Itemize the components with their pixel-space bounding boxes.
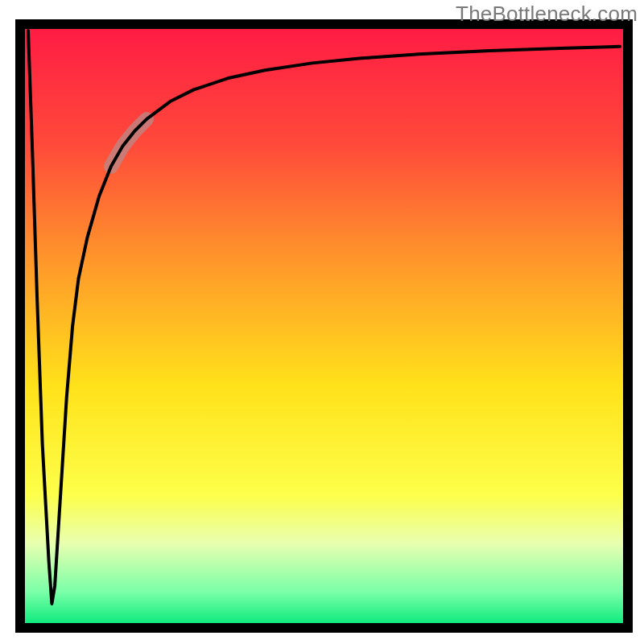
chart-root: TheBottleneck.com	[0, 0, 644, 644]
watermark-text: TheBottleneck.com	[456, 2, 638, 27]
plot-background	[20, 24, 628, 628]
bottleneck-chart	[0, 0, 644, 644]
